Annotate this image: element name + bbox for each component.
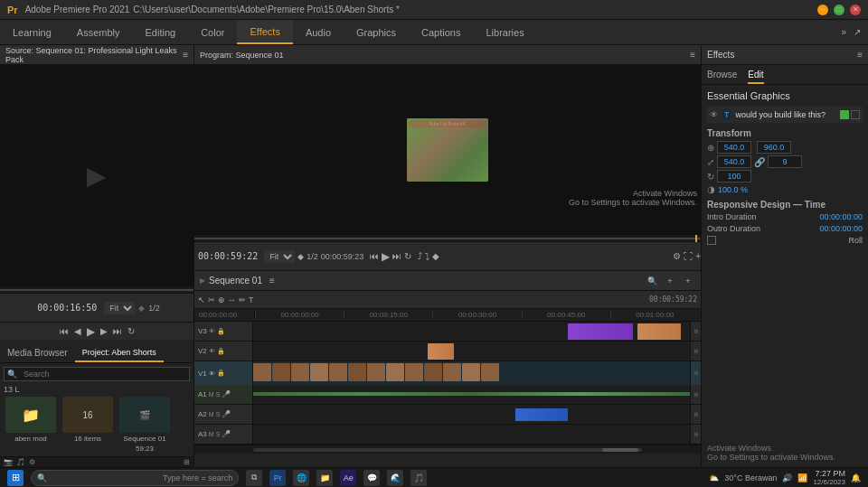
add-marker-icon[interactable]: ◆ <box>432 251 439 261</box>
source-step-back-icon[interactable]: ⏮ <box>60 326 69 336</box>
source-menu-icon[interactable]: ≡ <box>183 50 188 60</box>
loop-icon[interactable]: ↻ <box>404 251 411 261</box>
tab-color[interactable]: Color <box>188 20 237 44</box>
timeline-tool-type[interactable]: T <box>249 295 254 304</box>
intro-duration-value[interactable]: 00:00:00:00 <box>819 212 863 221</box>
scale-x-value[interactable]: 540.0 <box>717 155 751 168</box>
v1-clip-frame[interactable] <box>462 363 480 381</box>
system-tray[interactable]: 🔊 <box>782 473 792 482</box>
timeline-zoom-in[interactable]: + <box>663 274 677 288</box>
taskbar-search-input[interactable] <box>51 473 159 482</box>
pos-x-value[interactable]: 540.0 <box>717 141 751 154</box>
track-settings-a2[interactable]: ⊕ <box>693 411 699 418</box>
step-back-icon[interactable]: ⏮ <box>370 251 379 261</box>
track-mic-a1[interactable]: 🎤 <box>222 390 231 398</box>
roll-checkbox[interactable] <box>707 236 716 245</box>
program-fit-select[interactable]: Fit <box>264 250 295 263</box>
maximize-button[interactable]: □ <box>834 5 844 15</box>
v1-clip-frame[interactable] <box>291 363 309 381</box>
timeline-scroll-thumb[interactable] <box>602 448 638 452</box>
track-mute-a3[interactable]: M <box>209 431 214 437</box>
v1-clip-frame[interactable] <box>481 363 499 381</box>
track-mic-a2[interactable]: 🎤 <box>222 410 231 418</box>
track-lock-v3[interactable]: 🔒 <box>217 328 225 335</box>
media-thumb[interactable]: 16 <box>62 397 113 433</box>
program-set-in-icon[interactable]: ◆ <box>297 252 304 261</box>
v1-clip-frame[interactable] <box>424 363 442 381</box>
network-icon[interactable]: 📶 <box>797 473 807 482</box>
link-scale-icon[interactable]: 🔗 <box>754 157 765 167</box>
timeline-add-track[interactable]: + <box>681 274 695 288</box>
v1-clip-frame[interactable] <box>329 363 347 381</box>
opacity-value[interactable]: 100.0 % <box>718 185 748 194</box>
v1-clip-frame[interactable] <box>405 363 423 381</box>
track-lock-v1[interactable]: 🔒 <box>217 370 225 377</box>
minimize-button[interactable]: ─ <box>817 5 828 15</box>
timeline-tool-razor[interactable]: ✂ <box>208 295 215 304</box>
notifications-icon[interactable]: 🔔 <box>851 473 861 482</box>
extract-icon[interactable]: ⤵ <box>425 251 429 261</box>
tab-project[interactable]: Project: Aben Shorts <box>75 343 164 362</box>
timeline-tool-pen[interactable]: ✏ <box>239 295 246 304</box>
track-mute-a1[interactable]: M <box>209 391 214 398</box>
tab-audio[interactable]: Audio <box>293 20 344 44</box>
play-icon[interactable]: ▶ <box>382 250 390 263</box>
track-content-v2[interactable] <box>253 342 690 361</box>
clip-v3[interactable] <box>568 323 633 340</box>
v1-clip-frame[interactable] <box>253 363 271 381</box>
tab-effects[interactable]: Effects <box>237 20 292 44</box>
taskbar-search[interactable]: 🔍 Type here = search <box>31 470 239 486</box>
color-swatch-2[interactable] <box>851 110 860 119</box>
step-fwd-icon[interactable]: ⏭ <box>392 251 401 261</box>
tab-graphics[interactable]: Graphics <box>344 20 409 44</box>
media-view-icon[interactable]: ⊞ <box>184 458 190 466</box>
scale-y-value[interactable]: 9 <box>768 155 802 168</box>
v1-clip-frame[interactable] <box>348 363 366 381</box>
explorer-taskbar-icon[interactable]: 📁 <box>316 470 333 486</box>
tab-editing[interactable]: Editing <box>133 20 189 44</box>
v1-clip-frame[interactable] <box>310 363 328 381</box>
media-search-input[interactable] <box>20 368 189 380</box>
timeline-menu-icon[interactable]: ≡ <box>269 276 275 286</box>
media-toolbar-1[interactable]: 📷 <box>4 458 13 466</box>
track-solo-a2[interactable]: S <box>216 411 221 417</box>
media-search-bar[interactable]: 🔍 <box>4 367 190 381</box>
tab-browse[interactable]: Browse <box>707 70 737 84</box>
source-marker-icon[interactable]: ◆ <box>138 304 145 313</box>
track-settings-a1[interactable]: ⊕ <box>693 391 699 398</box>
start-button[interactable]: ⊞ <box>7 470 24 486</box>
track-settings-a3[interactable]: ⊕ <box>693 431 699 438</box>
timeline-tool-select[interactable]: ↖ <box>198 295 205 304</box>
track-settings-v2[interactable]: ⊕ <box>693 348 699 355</box>
track-content-a1[interactable] <box>253 385 690 404</box>
timeline-zoom-out[interactable]: 🔍 <box>645 274 659 288</box>
media-thumb[interactable]: 📁 <box>5 397 56 433</box>
track-content-a2[interactable] <box>253 405 690 424</box>
media-thumb[interactable]: 🎬 <box>119 397 170 433</box>
timeline-controls-icon[interactable]: ▶ <box>200 276 205 285</box>
color-swatch-1[interactable] <box>840 110 849 119</box>
lift-icon[interactable]: ⤴ <box>418 251 422 261</box>
more-tabs-icon[interactable]: » <box>841 27 846 37</box>
tab-assembly[interactable]: Assembly <box>64 20 133 44</box>
settings-icon[interactable]: ⚙ <box>673 251 681 261</box>
source-play-icon[interactable]: ▶ <box>87 325 95 338</box>
track-mic-a3[interactable]: 🎤 <box>222 430 231 438</box>
media-toolbar-2[interactable]: 🎵 <box>16 458 25 466</box>
source-step-fwd-icon[interactable]: ⏭ <box>113 326 122 336</box>
track-mute-a2[interactable]: M <box>209 411 214 417</box>
timeline-tool-ripple[interactable]: ⊕ <box>218 295 225 304</box>
track-eye-v2[interactable]: 👁 <box>209 348 215 354</box>
track-content-v1[interactable] <box>253 361 690 385</box>
track-solo-a1[interactable]: S <box>216 391 221 398</box>
tab-media-browser[interactable]: Media Browser <box>0 343 75 362</box>
clip-v2[interactable] <box>428 343 454 360</box>
outro-duration-value[interactable]: 00:00:00:00 <box>819 224 863 233</box>
track-content-a3[interactable] <box>253 425 690 444</box>
ae-taskbar-icon[interactable]: Ae <box>340 470 356 486</box>
share-icon[interactable]: ↗ <box>854 27 861 37</box>
track-settings-v1[interactable]: ⊕ <box>693 370 699 377</box>
task-view-button[interactable]: ⧉ <box>246 470 262 486</box>
source-loop-icon[interactable]: ↻ <box>127 326 135 336</box>
source-fit-select[interactable]: Fit <box>104 302 135 314</box>
